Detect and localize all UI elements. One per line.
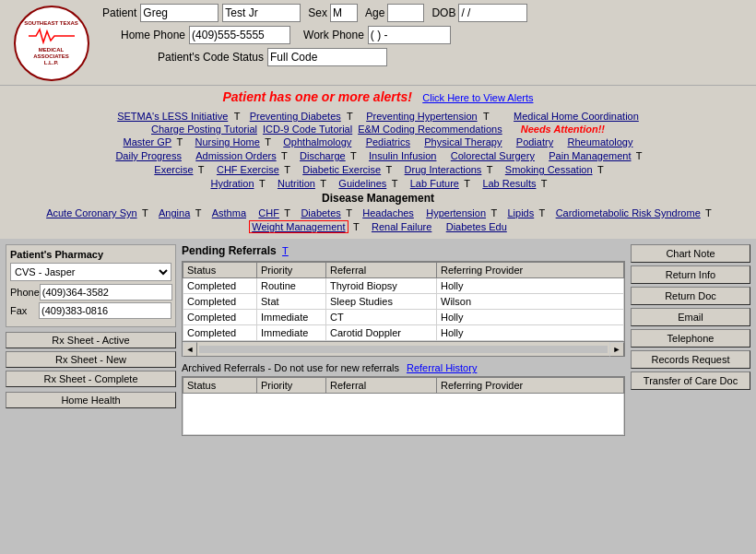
first-name-input[interactable] <box>140 4 219 22</box>
rx-new-button[interactable]: Rx Sheet - New <box>6 351 176 368</box>
left-panel: Patient's Pharmacy CVS - Jasper Phone Fa… <box>6 244 176 436</box>
nav-link-medical-home[interactable]: Medical Home Coordination <box>514 111 639 122</box>
nav-link-headaches[interactable]: Headaches <box>362 207 414 218</box>
patient-form: Patient Sex Age DOB Home Phone Work Phon… <box>102 4 749 66</box>
pending-title: Pending Referrals <box>182 244 277 257</box>
home-phone-label: Home Phone <box>121 29 185 41</box>
arch-col-status: Status <box>183 378 257 394</box>
nav-link-acs[interactable]: Acute Coronary Syn <box>46 207 136 218</box>
nav-row-4: Daily Progress Admission Orders T Discha… <box>9 149 747 162</box>
table-cell: Carotid Doppler <box>326 325 437 341</box>
nav-link-insulin-infusion[interactable]: Insulin Infusion <box>369 150 436 161</box>
pending-t[interactable]: T <box>282 245 289 256</box>
home-phone-input[interactable] <box>189 26 290 44</box>
nav-link-prev-diabetes[interactable]: Preventing Diabetes <box>250 111 341 122</box>
nav-link-weight-mgmt[interactable]: Weight Management <box>249 220 348 233</box>
last-name-input[interactable] <box>222 4 301 22</box>
table-cell: Completed <box>183 325 257 341</box>
nav-link-angina[interactable]: Angina <box>159 207 190 218</box>
table-cell: Completed <box>183 310 257 325</box>
nav-link-hypertension[interactable]: Hypertension <box>426 207 486 218</box>
nav-link-diabetes[interactable]: Diabetes <box>301 207 340 218</box>
work-phone-label: Work Phone <box>303 29 364 41</box>
nav-link-podiatry[interactable]: Podiatry <box>516 136 553 147</box>
nav-link-em[interactable]: E&M Coding Recommendations <box>358 124 502 135</box>
nav-link-daily-progress[interactable]: Daily Progress <box>115 150 182 161</box>
pharmacy-fax-input[interactable] <box>39 302 171 319</box>
code-status-input[interactable] <box>267 48 387 66</box>
chart-note-button[interactable]: Chart Note <box>631 244 750 263</box>
nav-link-rheumatology[interactable]: Rheumatology <box>568 136 633 147</box>
nav-link-charge[interactable]: Charge Posting Tutorial <box>151 124 257 135</box>
nav-link-nutrition[interactable]: Nutrition <box>278 178 315 189</box>
nav-link-ophthalmology[interactable]: Ophthalmology <box>283 136 351 147</box>
nav-t-2: T <box>347 111 353 122</box>
records-request-button[interactable]: Records Request <box>631 350 750 369</box>
work-phone-input[interactable] <box>368 26 451 44</box>
nav-link-nursing-home[interactable]: Nursing Home <box>195 136 260 147</box>
patient-label: Patient <box>102 6 136 19</box>
nav-link-cardiometabolic[interactable]: Cardiometabolic Risk Syndrome <box>556 207 701 218</box>
telephone-button[interactable]: Telephone <box>631 329 750 348</box>
nav-link-smoking-cessation[interactable]: Smoking Cessation <box>505 164 593 175</box>
rx-complete-button[interactable]: Rx Sheet - Complete <box>6 371 176 387</box>
nav-link-discharge[interactable]: Discharge <box>300 150 346 161</box>
disease-mgmt-title: Disease Management <box>9 192 747 205</box>
nav-link-lipids[interactable]: Lipids <box>507 207 534 218</box>
nav-link-guidelines[interactable]: Guidelines <box>338 178 386 189</box>
table-cell: CT <box>326 310 437 325</box>
nav-link-drug-interactions[interactable]: Drug Interactions <box>405 164 482 175</box>
nav-link-renal-failure[interactable]: Renal Failure <box>372 221 431 232</box>
rx-active-button[interactable]: Rx Sheet - Active <box>6 332 176 348</box>
needs-attention: Needs Attention!! <box>521 124 605 135</box>
pharmacy-phone-input[interactable] <box>40 284 172 301</box>
scroll-left-btn[interactable]: ◄ <box>183 342 197 357</box>
home-health-button[interactable]: Home Health <box>6 392 176 408</box>
nav-section: SETMA's LESS Initiative T Preventing Dia… <box>0 108 756 239</box>
alert-link[interactable]: Click Here to View Alerts <box>422 92 533 103</box>
nav-link-physical-therapy[interactable]: Physical Therapy <box>424 136 502 147</box>
email-button[interactable]: Email <box>631 308 750 326</box>
alert-bar: Patient has one or more alerts! Click He… <box>0 85 756 108</box>
sex-input[interactable] <box>330 4 358 22</box>
nav-link-pediatrics[interactable]: Pediatrics <box>366 136 410 147</box>
nav-link-pain-mgmt[interactable]: Pain Management <box>549 150 631 161</box>
nav-link-diabetic-exercise[interactable]: Diabetic Exercise <box>302 164 381 175</box>
pending-table-container: Status Priority Referral Referring Provi… <box>182 261 625 342</box>
nav-link-exercise[interactable]: Exercise <box>154 164 193 175</box>
nav-link-lab-future[interactable]: Lab Future <box>410 178 459 189</box>
table-cell: Holly <box>437 325 624 341</box>
archived-title: Archived Referrals - Do not use for new … <box>182 362 399 373</box>
return-info-button[interactable]: Return Info <box>631 265 750 284</box>
referral-history-link[interactable]: Referral History <box>407 362 477 373</box>
center-panel: Pending Referrals T Status Priority Refe… <box>182 244 625 436</box>
nav-link-prev-hyp[interactable]: Preventing Hypertension <box>366 111 477 122</box>
nav-link-asthma[interactable]: Asthma <box>212 207 246 218</box>
table-scrollbar[interactable]: ◄ ► <box>182 342 625 357</box>
transfer-of-care-button[interactable]: Transfer of Care Doc <box>631 371 750 390</box>
nav-link-admission-orders[interactable]: Admission Orders <box>195 150 276 161</box>
nav-t-1: T <box>234 111 241 122</box>
nav-link-colorectal[interactable]: Colorectal Surgery <box>451 150 535 161</box>
nav-link-setma[interactable]: SETMA's LESS Initiative <box>117 111 228 122</box>
table-cell: Immediate <box>257 310 326 325</box>
col-referral: Referral <box>326 263 437 278</box>
nav-link-icd9[interactable]: ICD-9 Code Tutorial <box>263 124 352 135</box>
pharmacy-select[interactable]: CVS - Jasper <box>10 263 171 281</box>
age-input[interactable] <box>387 4 424 22</box>
table-cell: Completed <box>183 294 257 310</box>
pharmacy-phone-label: Phone <box>10 287 40 298</box>
arch-col-referral: Referral <box>326 378 437 394</box>
nav-link-diabetes-edu[interactable]: Diabetes Edu <box>446 221 507 232</box>
table-cell: Immediate <box>257 325 326 341</box>
nav-link-hydration[interactable]: Hydration <box>210 178 254 189</box>
dob-input[interactable] <box>458 4 527 22</box>
nav-link-lab-results[interactable]: Lab Results <box>482 178 536 189</box>
return-doc-button[interactable]: Return Doc <box>631 287 750 305</box>
table-cell: Thyroid Biopsy <box>326 278 437 294</box>
nav-link-chf-exercise[interactable]: CHF Exercise <box>217 164 279 175</box>
table-cell: Stat <box>257 294 326 310</box>
nav-link-chf[interactable]: CHF <box>258 207 279 218</box>
scroll-right-btn[interactable]: ► <box>609 342 624 357</box>
nav-link-master-gp[interactable]: Master GP <box>124 136 172 147</box>
